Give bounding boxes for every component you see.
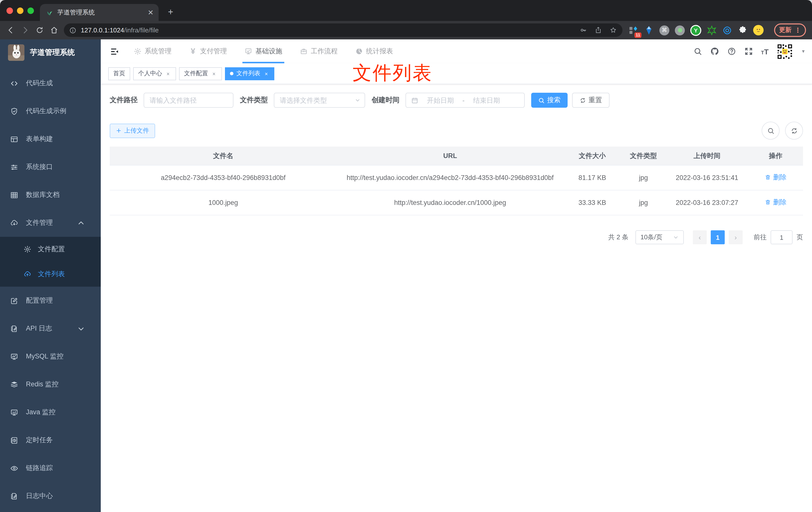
- cell-name: 1000.jpeg: [110, 190, 337, 215]
- delete-link[interactable]: 删除: [764, 197, 787, 207]
- sidebar-item-file-manage[interactable]: 文件管理: [0, 209, 101, 237]
- sidebar-logo[interactable]: 芋道管理系统: [0, 39, 101, 65]
- header-actions: TT ▼: [693, 43, 806, 60]
- dot-extension-icon[interactable]: [675, 25, 685, 35]
- tag-label: 文件配置: [184, 69, 208, 78]
- nav-item-report[interactable]: 统计报表: [350, 39, 399, 63]
- toggle-search-button[interactable]: [762, 122, 780, 140]
- tag-close-icon[interactable]: ×: [211, 70, 217, 77]
- tag-file-list[interactable]: 文件列表×: [225, 67, 274, 80]
- sidebar-item-db-doc[interactable]: 数据库文档: [0, 181, 101, 209]
- sidebar-item-code-gen-demo[interactable]: 代码生成示例: [0, 97, 101, 125]
- cell-url: http://test.yudao.iocoder.cn/1000.jpeg: [337, 190, 563, 215]
- fullscreen-icon[interactable]: [744, 47, 753, 56]
- share-icon[interactable]: [594, 26, 602, 34]
- goto-page-input[interactable]: [771, 230, 792, 244]
- sidebar-item-config-manage[interactable]: 配置管理: [0, 287, 101, 314]
- bookmark-star-icon[interactable]: [609, 26, 617, 34]
- sidebar-item-trace[interactable]: 链路追踪: [0, 454, 101, 482]
- sidebar-item-redis-monitor[interactable]: Redis 监控: [0, 370, 101, 398]
- sidebar-item-file-list[interactable]: 文件列表: [0, 262, 101, 287]
- sidebar-item-code-gen[interactable]: 代码生成: [0, 69, 101, 97]
- eye-extension-icon[interactable]: [722, 25, 732, 35]
- help-icon[interactable]: [727, 47, 736, 56]
- date-range-picker[interactable]: -: [406, 93, 525, 108]
- column-header-3: 文件类型: [621, 147, 666, 165]
- back-button[interactable]: [4, 24, 17, 37]
- tag-file-config[interactable]: 文件配置×: [179, 67, 222, 80]
- nav-item-system[interactable]: 系统管理: [128, 39, 177, 63]
- sidebar-item-java-monitor[interactable]: Java 监控: [0, 398, 101, 426]
- refresh-table-button[interactable]: [785, 122, 803, 140]
- doc-edit-icon: [10, 324, 19, 333]
- briefcase-icon: [300, 48, 308, 55]
- upload-button-label: 上传文件: [124, 126, 149, 135]
- search-icon[interactable]: [693, 47, 702, 56]
- close-window-button[interactable]: [6, 7, 13, 14]
- reload-button[interactable]: [33, 24, 46, 37]
- nav-item-pay[interactable]: ¥支付管理: [183, 39, 232, 63]
- nav-item-infra[interactable]: 基础设施: [239, 39, 288, 63]
- sidebar-item-form-build[interactable]: 表单构建: [0, 125, 101, 153]
- column-header-1: URL: [337, 147, 563, 165]
- file-type-input[interactable]: [274, 96, 355, 104]
- top-nav: 系统管理¥支付管理基础设施工作流程统计报表: [128, 39, 405, 63]
- nav-item-workflow[interactable]: 工作流程: [294, 39, 343, 63]
- browser-update-button[interactable]: 更新 ⋮: [774, 24, 806, 37]
- file-path-input[interactable]: [144, 96, 233, 104]
- app-root: 芋道管理系统 代码生成代码生成示例表单构建系统接口数据库文档文件管理文件配置文件…: [0, 39, 812, 512]
- code-icon: [10, 79, 19, 88]
- gem-extension-icon[interactable]: [644, 25, 654, 35]
- sidebar-item-label: 链路追踪: [26, 464, 93, 473]
- new-tab-button[interactable]: +: [165, 6, 177, 18]
- password-key-icon[interactable]: [580, 26, 587, 34]
- next-page-button[interactable]: ›: [729, 230, 743, 244]
- sidebar-item-system-api[interactable]: 系统接口: [0, 153, 101, 181]
- table-row: 1000.jpeghttp://test.yudao.iocoder.cn/10…: [110, 190, 803, 215]
- emoji-extension-icon[interactable]: [753, 25, 764, 35]
- sidebar-item-api-log[interactable]: API 日志: [0, 314, 101, 342]
- sidebar-item-mysql-monitor[interactable]: MySQL 监控: [0, 342, 101, 370]
- minimize-window-button[interactable]: [17, 7, 24, 14]
- cell-time: 2022-03-16 23:07:27: [666, 190, 748, 215]
- collapse-sidebar-icon[interactable]: [107, 44, 121, 58]
- forward-button[interactable]: [19, 24, 31, 37]
- user-menu-caret-icon[interactable]: ▼: [801, 49, 806, 54]
- prev-page-button[interactable]: ‹: [693, 230, 707, 244]
- zoom-window-button[interactable]: [27, 7, 34, 14]
- y-extension-icon[interactable]: Y: [690, 25, 701, 36]
- end-date-input[interactable]: [468, 96, 505, 104]
- puzzle-extension-icon[interactable]: [738, 25, 748, 35]
- delete-link[interactable]: 删除: [764, 172, 787, 182]
- macos-traffic-lights: [6, 7, 34, 14]
- browser-tab[interactable]: 芋道管理系统 ✕: [40, 4, 158, 21]
- upload-file-button[interactable]: 上传文件: [110, 123, 155, 138]
- star-extension-icon[interactable]: [707, 25, 717, 35]
- address-bar[interactable]: 127.0.0.1:1024/infra/file/file: [64, 24, 622, 37]
- tag-home[interactable]: 首页: [108, 67, 130, 80]
- sidebar-extension-icon[interactable]: 11: [629, 25, 638, 35]
- user-avatar[interactable]: [777, 43, 793, 60]
- file-type-select[interactable]: [274, 93, 365, 108]
- gear-icon: [134, 48, 142, 55]
- home-button[interactable]: [48, 24, 60, 37]
- tab-close-icon[interactable]: ✕: [147, 8, 155, 17]
- github-icon[interactable]: [710, 47, 719, 56]
- start-date-input[interactable]: [422, 96, 459, 104]
- site-info-icon[interactable]: [69, 27, 76, 34]
- page-number-button[interactable]: 1: [711, 230, 725, 244]
- browser-menu-icon[interactable]: ⋮: [794, 26, 801, 34]
- tag-close-icon[interactable]: ×: [263, 70, 269, 77]
- search-button[interactable]: 搜索: [531, 93, 568, 108]
- sidebar-item-log-center[interactable]: 日志中心: [0, 482, 101, 510]
- cell-url: http://test.yudao.iocoder.cn/a294ecb2-73…: [337, 165, 563, 190]
- file-table: 文件名URL文件大小文件类型上传时间操作 a294ecb2-73dd-4353-…: [110, 147, 803, 215]
- tag-close-icon[interactable]: ×: [165, 70, 171, 77]
- page-size-select[interactable]: 10条/页: [635, 230, 684, 244]
- tag-profile[interactable]: 个人中心×: [133, 67, 176, 80]
- sidebar-item-file-config[interactable]: 文件配置: [0, 237, 101, 262]
- sidebar-item-cron-job[interactable]: 定时任务: [0, 426, 101, 454]
- command-extension-icon[interactable]: ⌘: [659, 25, 669, 35]
- reset-button[interactable]: 重置: [572, 93, 609, 108]
- font-size-icon[interactable]: TT: [761, 47, 769, 56]
